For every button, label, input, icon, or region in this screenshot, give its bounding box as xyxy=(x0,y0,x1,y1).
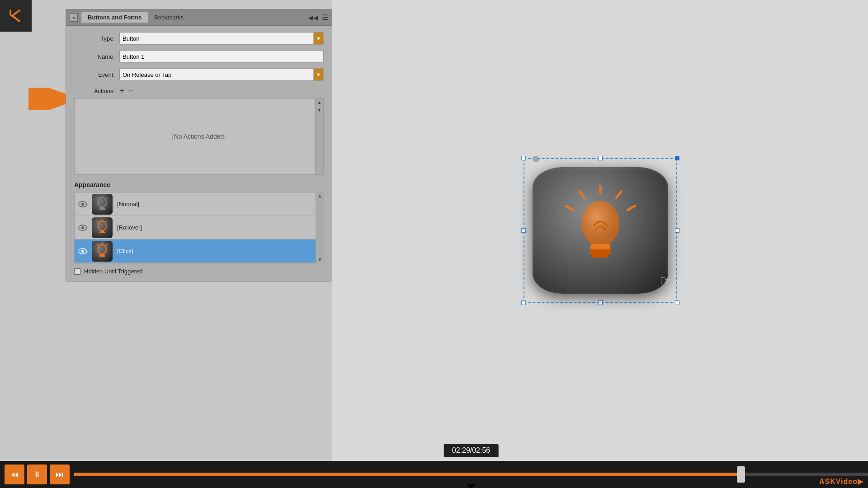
svg-line-9 xyxy=(106,197,107,199)
handle-middle-left[interactable] xyxy=(521,228,526,233)
appearance-wrapper: [Normal] xyxy=(74,192,324,263)
thumb-click xyxy=(92,241,113,262)
tab-bookmarks[interactable]: Bookmarks xyxy=(148,12,190,23)
type-select[interactable]: Button ▼ xyxy=(119,32,324,45)
time-display: 02:29/02:56 xyxy=(444,444,499,457)
event-label: Event: xyxy=(74,71,115,78)
appearance-item-normal[interactable]: [Normal] xyxy=(75,192,323,216)
hidden-trigger-row: Hidden Until Triggered xyxy=(74,268,324,275)
svg-rect-6 xyxy=(99,208,105,210)
type-row: Type: Button ▼ xyxy=(74,32,324,45)
thumb-rollover xyxy=(92,217,113,238)
askvideo-logo: ASKVideo▶ xyxy=(819,477,863,486)
panel-menu-button[interactable]: ☰ xyxy=(322,13,328,22)
svg-rect-22 xyxy=(99,255,105,257)
name-input[interactable] xyxy=(119,50,324,63)
scrollbar-down-arrow[interactable]: ▼ xyxy=(316,106,323,114)
handle-top-right[interactable] xyxy=(675,156,679,160)
svg-point-19 xyxy=(81,250,84,253)
event-row: Event: On Release or Tap ▼ xyxy=(74,68,324,81)
appearance-heading: Appearance xyxy=(74,181,324,188)
svg-point-3 xyxy=(81,203,84,206)
actions-label: Actions: xyxy=(74,88,115,94)
handle-middle-right[interactable] xyxy=(675,228,679,233)
appearance-label-rollover: [Rollover] xyxy=(117,224,142,231)
svg-rect-35 xyxy=(592,254,609,258)
svg-point-32 xyxy=(581,201,619,246)
appearance-scrollbar: ▲ ▼ xyxy=(316,192,324,263)
type-select-arrow: ▼ xyxy=(313,33,323,44)
progress-thumb[interactable] xyxy=(737,466,745,483)
panel-collapse-button[interactable]: ◀◀ xyxy=(308,14,318,21)
lightbulb-button[interactable] xyxy=(533,167,668,294)
svg-line-17 xyxy=(106,221,107,222)
name-row: Name: xyxy=(74,50,324,63)
svg-line-25 xyxy=(106,244,108,246)
video-bar: ⏮ ⏸ ⏭ 02:29/02:56 ASKVideo▶ xyxy=(0,461,868,488)
progress-notch xyxy=(467,484,476,488)
event-select-value: On Release or Tap xyxy=(123,71,171,78)
panel-titlebar: × Buttons and Forms Bookmarks ◀◀ ☰ xyxy=(66,9,332,26)
appearance-item-rollover[interactable]: [Rollover] xyxy=(75,216,323,239)
skip-forward-button[interactable]: ⏭ xyxy=(50,465,70,484)
cursor-hand: ☞ xyxy=(660,272,673,289)
handle-bottom-middle[interactable] xyxy=(598,300,603,305)
name-label: Name: xyxy=(74,53,115,60)
svg-line-7 xyxy=(97,197,99,199)
tab-buttons-and-forms[interactable]: Buttons and Forms xyxy=(81,12,148,23)
progress-fill xyxy=(74,473,741,476)
actions-listbox: [No Actions Added] ▲ ▼ xyxy=(74,98,324,175)
appearance-list: [Normal] xyxy=(74,192,324,263)
type-label: Type: xyxy=(74,35,115,42)
skip-back-button[interactable]: ⏮ xyxy=(5,465,24,484)
handle-bottom-right[interactable] xyxy=(675,300,679,305)
canvas-area: ☞ xyxy=(332,0,868,461)
svg-line-27 xyxy=(616,192,621,198)
progress-track[interactable] xyxy=(74,473,868,476)
appearance-item-click[interactable]: [Click] xyxy=(75,239,323,263)
svg-line-30 xyxy=(566,206,573,210)
actions-scrollbar: ▲ ▼ xyxy=(315,99,323,174)
type-select-value: Button xyxy=(123,35,140,42)
scrollbar-up-arrow[interactable]: ▲ xyxy=(316,99,323,106)
eye-icon-normal xyxy=(76,198,89,211)
back-button[interactable] xyxy=(0,0,32,32)
remove-action-button[interactable]: − xyxy=(128,86,134,95)
handle-top-left[interactable] xyxy=(521,156,526,160)
event-select-arrow: ▼ xyxy=(313,69,323,80)
svg-rect-5 xyxy=(100,206,104,208)
svg-line-28 xyxy=(627,206,635,210)
svg-rect-21 xyxy=(100,253,104,255)
hidden-trigger-label: Hidden Until Triggered xyxy=(84,268,142,275)
svg-point-11 xyxy=(81,226,84,229)
svg-line-15 xyxy=(97,221,99,222)
svg-rect-14 xyxy=(99,232,105,233)
handle-link[interactable] xyxy=(533,156,539,162)
eye-icon-rollover xyxy=(76,221,89,234)
progress-area[interactable]: 02:29/02:56 xyxy=(74,461,868,488)
appearance-scrollbar-up[interactable]: ▲ xyxy=(316,192,324,200)
eye-icon-click xyxy=(76,245,89,258)
hidden-trigger-checkbox[interactable] xyxy=(74,268,80,275)
button-preview-container: ☞ xyxy=(524,158,677,303)
video-controls: ⏮ ⏸ ⏭ xyxy=(0,465,74,484)
thumb-normal xyxy=(92,194,113,215)
panel-body: Type: Button ▼ Name: Event: On Release o… xyxy=(66,26,332,281)
svg-rect-13 xyxy=(100,230,104,232)
appearance-label-click: [Click] xyxy=(117,248,133,254)
svg-rect-34 xyxy=(590,249,611,254)
add-action-button[interactable]: + xyxy=(119,86,125,95)
panel-close-button[interactable]: × xyxy=(70,14,78,22)
svg-point-12 xyxy=(98,221,106,231)
handle-bottom-left[interactable] xyxy=(521,300,526,305)
actions-empty-label: [No Actions Added] xyxy=(172,133,226,140)
svg-rect-33 xyxy=(590,244,610,249)
svg-line-23 xyxy=(97,244,99,246)
svg-line-29 xyxy=(580,192,585,198)
pause-button[interactable]: ⏸ xyxy=(27,465,47,484)
event-select[interactable]: On Release or Tap ▼ xyxy=(119,68,324,81)
svg-point-4 xyxy=(98,197,106,207)
svg-point-20 xyxy=(98,244,106,254)
appearance-scrollbar-down[interactable]: ▼ xyxy=(316,256,324,263)
handle-top-middle[interactable] xyxy=(598,156,603,160)
